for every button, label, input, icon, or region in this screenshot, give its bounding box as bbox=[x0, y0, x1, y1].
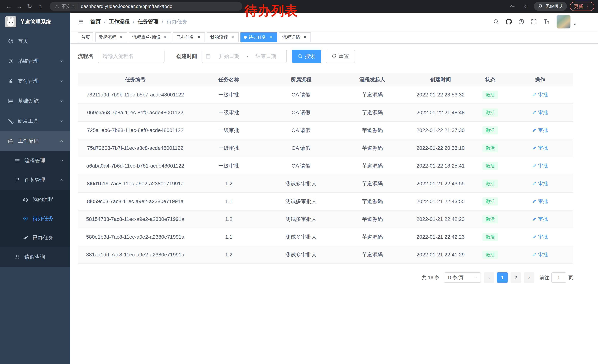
tab-close-icon[interactable]: × bbox=[196, 35, 201, 40]
cell-action: 审批 bbox=[507, 121, 573, 139]
prev-page-button[interactable]: ‹ bbox=[484, 272, 494, 283]
search-button[interactable]: 搜索 bbox=[292, 50, 321, 63]
cell-initiator: 芋道源码 bbox=[337, 86, 407, 104]
tab-label: 我的流程 bbox=[210, 34, 228, 40]
approve-link[interactable]: 审批 bbox=[532, 251, 548, 258]
approve-link-label: 审批 bbox=[538, 180, 548, 187]
tools-icon bbox=[8, 118, 14, 124]
approve-link[interactable]: 审批 bbox=[532, 91, 548, 98]
sidebar-item[interactable]: 已办任务 bbox=[0, 228, 70, 247]
tab-close-icon[interactable]: × bbox=[302, 35, 307, 40]
breadcrumb-item[interactable]: 工作流程 / bbox=[109, 18, 138, 25]
sidebar-item[interactable]: 流程管理 bbox=[0, 151, 70, 170]
process-name-input[interactable] bbox=[98, 50, 165, 63]
approve-link[interactable]: 审批 bbox=[532, 145, 548, 151]
tab[interactable]: 已办任务 × bbox=[173, 32, 205, 42]
page-size-select[interactable]: 10条/页 bbox=[444, 272, 481, 283]
sidebar-item[interactable]: 支付管理 bbox=[0, 71, 70, 91]
avatar[interactable] bbox=[556, 15, 571, 29]
sidebar-menu: 首页 系统管理 支付管理 基础设施 研发工具 工作流程 流程管理 任务管理 我的… bbox=[0, 31, 70, 267]
cell-task-id: 069c6a63-7b8a-11ec-8ef0-acde48001122 bbox=[78, 104, 193, 121]
approve-link[interactable]: 审批 bbox=[532, 180, 548, 187]
approve-link[interactable]: 审批 bbox=[532, 198, 548, 205]
tab-close-icon[interactable]: × bbox=[230, 35, 235, 40]
tab[interactable]: 流程表单-编辑 × bbox=[129, 32, 171, 42]
tab[interactable]: 待办任务 × bbox=[241, 32, 277, 42]
breadcrumb-item[interactable]: 任务管理 / bbox=[138, 18, 167, 25]
tab[interactable]: 首页 bbox=[78, 32, 93, 42]
chevron-down-icon bbox=[60, 159, 64, 163]
process-name-label: 流程名 bbox=[78, 53, 93, 60]
rabbit-logo bbox=[5, 16, 16, 27]
approve-link[interactable]: 审批 bbox=[532, 216, 548, 222]
pencil-icon bbox=[532, 92, 537, 97]
app-logo-row[interactable]: 芋道管理系统 bbox=[0, 13, 70, 31]
approve-link[interactable]: 审批 bbox=[532, 127, 548, 133]
forward-icon[interactable]: → bbox=[14, 1, 25, 11]
pencil-icon bbox=[532, 217, 537, 221]
fullscreen-icon[interactable] bbox=[528, 16, 540, 28]
page-number-button[interactable]: 2 bbox=[511, 272, 521, 283]
sidebar-item[interactable]: 系统管理 bbox=[0, 51, 70, 71]
sidebar-item[interactable]: 基础设施 bbox=[0, 91, 70, 111]
key-icon[interactable] bbox=[507, 1, 518, 11]
browser-chrome: ← → ↻ ⌂ ⚠ 不安全 dashboard.yudao.iocoder.cn… bbox=[0, 0, 598, 13]
url-bar[interactable]: ⚠ 不安全 dashboard.yudao.iocoder.cn/bpm/tas… bbox=[50, 2, 242, 11]
sidebar-collapse-icon[interactable] bbox=[70, 12, 91, 31]
reset-button[interactable]: 重置 bbox=[326, 50, 355, 63]
page-number-button[interactable]: 1 bbox=[497, 272, 507, 283]
tab-close-icon[interactable]: × bbox=[119, 35, 124, 40]
next-page-button[interactable]: › bbox=[524, 272, 534, 283]
sidebar-item[interactable]: 任务管理 bbox=[0, 170, 70, 190]
cell-status: 激活 bbox=[473, 104, 507, 121]
pagination: 共 16 条 10条/页 ‹ 12 › 前往 页 bbox=[78, 272, 573, 290]
tab-close-icon[interactable]: × bbox=[163, 35, 168, 40]
bookmark-star-icon[interactable]: ☆ bbox=[521, 1, 531, 11]
cell-created: 2022-01-21 22:42:23 bbox=[407, 210, 473, 228]
home-icon[interactable]: ⌂ bbox=[35, 1, 45, 11]
search-icon[interactable] bbox=[490, 16, 502, 28]
sidebar-item[interactable]: 我的流程 bbox=[0, 190, 70, 209]
breadcrumb-separator: / bbox=[133, 19, 134, 25]
date-range-picker[interactable]: 开始日期 - 结束日期 bbox=[201, 50, 287, 63]
cell-task-id: 580e1b3d-7ac8-11ec-a9e2-a2380e71991a bbox=[78, 228, 193, 246]
sidebar-item[interactable]: 研发工具 bbox=[0, 111, 70, 131]
approve-link[interactable]: 审批 bbox=[532, 109, 548, 116]
goto-page-input[interactable] bbox=[551, 272, 566, 283]
sidebar-item[interactable]: 工作流程 bbox=[0, 131, 70, 151]
breadcrumb-item[interactable]: 待办任务 bbox=[166, 18, 187, 25]
approve-link-label: 审批 bbox=[538, 91, 548, 98]
chevron-down-icon bbox=[60, 119, 64, 123]
back-icon[interactable]: ← bbox=[4, 1, 14, 11]
navbar-actions: ▼ bbox=[490, 15, 576, 29]
github-icon[interactable] bbox=[503, 16, 514, 28]
pencil-icon bbox=[532, 128, 537, 132]
approve-link[interactable]: 审批 bbox=[532, 234, 548, 240]
tab-close-icon[interactable]: × bbox=[269, 35, 274, 40]
chrome-actions: ☆ 无痕模式 更新 ⋮ bbox=[507, 1, 594, 11]
tab[interactable]: 流程详情 × bbox=[279, 32, 311, 42]
sidebar-item-label: 工作流程 bbox=[18, 138, 60, 145]
approve-link[interactable]: 审批 bbox=[532, 162, 548, 169]
cell-initiator: 芋道源码 bbox=[337, 246, 407, 264]
tab[interactable]: 发起流程 × bbox=[95, 32, 127, 42]
sidebar-item[interactable]: 首页 bbox=[0, 31, 70, 51]
font-size-icon[interactable] bbox=[541, 16, 552, 28]
help-icon[interactable] bbox=[516, 16, 527, 28]
pencil-icon bbox=[532, 163, 537, 168]
breadcrumb-item[interactable]: 首页 / bbox=[91, 18, 109, 25]
cell-action: 审批 bbox=[507, 104, 573, 121]
reload-icon[interactable]: ↻ bbox=[25, 1, 35, 11]
tab[interactable]: 我的流程 × bbox=[207, 32, 239, 42]
cell-status: 激活 bbox=[473, 157, 507, 175]
table-column-header: 任务编号 bbox=[78, 73, 193, 86]
sidebar-item[interactable]: 待办任务 bbox=[0, 209, 70, 228]
pencil-icon bbox=[532, 110, 537, 115]
avatar-caret-icon[interactable]: ▼ bbox=[573, 23, 576, 26]
sidebar-item[interactable]: 请假查询 bbox=[0, 247, 70, 267]
cell-initiator: 芋道源码 bbox=[337, 157, 407, 175]
update-button[interactable]: 更新 ⋮ bbox=[570, 2, 594, 11]
sidebar-item-label: 基础设施 bbox=[18, 97, 60, 105]
sidebar-item-label: 首页 bbox=[18, 38, 70, 45]
kebab-menu-icon[interactable]: ⋮ bbox=[585, 4, 590, 9]
